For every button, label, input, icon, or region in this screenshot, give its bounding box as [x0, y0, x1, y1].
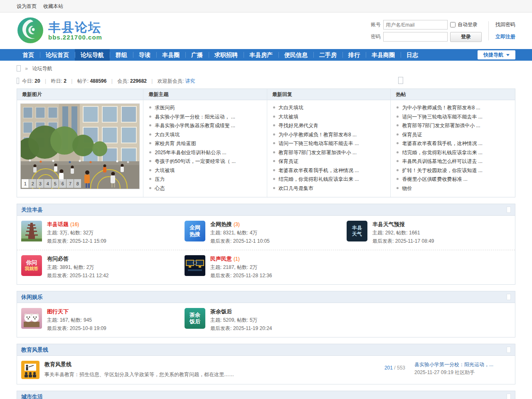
forum-name-link[interactable]: 图行天下	[47, 308, 69, 315]
hot-search-forum-icon[interactable]: 全网 热搜	[185, 221, 205, 241]
nav-secondhand[interactable]: 二手房	[313, 49, 342, 61]
reply-link[interactable]: 欢口几号是集市	[273, 184, 387, 193]
site-logo[interactable]: 丰县论坛 bbs.221700.com	[17, 17, 102, 45]
topic-link[interactable]: 县实验小学第一分校：阳光运动， ...	[149, 113, 263, 122]
auto-login-checkbox[interactable]	[450, 22, 456, 27]
logo-swirl-icon	[17, 17, 44, 45]
nav-guide[interactable]: 导读	[133, 49, 156, 61]
bookmark-link[interactable]: 收藏本站	[43, 3, 63, 10]
collapse-icon[interactable]	[507, 347, 511, 353]
account-input[interactable]	[383, 20, 448, 30]
collapse-icon[interactable]	[507, 294, 511, 300]
topic-link[interactable]: 丰县实验小学民族器乐教育成绩斐 ...	[149, 121, 263, 131]
puppies-forum-icon[interactable]	[21, 308, 42, 329]
forum-name-link[interactable]: 全网热搜	[210, 221, 232, 227]
nav-ranking[interactable]: 排行	[342, 49, 366, 61]
pager-3[interactable]: 3	[37, 179, 44, 188]
hot-post-link[interactable]: 物价	[397, 184, 511, 193]
hot-post-link[interactable]: 老婆喜欢半夜看我手机，这种情况 ...	[397, 139, 511, 148]
section-education: 教育风景线 教育风景线	[17, 344, 515, 384]
set-home-link[interactable]: 设为首页	[17, 3, 37, 10]
lastpost-title-link[interactable]: 县实验小学第一分校：阳光运动，...	[414, 361, 511, 369]
latest-image-photo[interactable]: 1 2 3 4 5 6 7 8	[20, 103, 140, 189]
topic-link[interactable]: 大坑被填	[149, 166, 263, 175]
nav-home[interactable]: 首页	[17, 49, 40, 61]
stat-members-label: 会员:	[117, 78, 128, 84]
pager-7[interactable]: 7	[66, 179, 74, 188]
topic-link[interactable]: 求医问药	[149, 103, 263, 113]
reply-link[interactable]: 请问一下骑三轮电动车能不能去丰 ...	[273, 139, 387, 148]
collapse-icon[interactable]	[507, 394, 511, 399]
forum-name-link[interactable]: 教育风景线	[44, 361, 71, 367]
latest-topics-header: 最新主题	[143, 89, 267, 100]
forum-name-link[interactable]: 丰县天气预报	[372, 221, 405, 227]
pager-6[interactable]: 6	[59, 179, 66, 188]
hot-post-link[interactable]: 教育部等7部门发文部署加强中小 ...	[397, 121, 511, 131]
nav-fengxian-circle[interactable]: 丰县圈	[156, 49, 185, 61]
weather-forum-icon[interactable]: 丰县 天气	[347, 221, 367, 241]
nav-broadcast[interactable]: 广播	[185, 49, 209, 61]
reply-link[interactable]: 老婆喜欢半夜看我手机，这种情况 ...	[273, 166, 387, 175]
hot-post-link[interactable]: 香榭里小区供暖费收费标准 ...	[397, 175, 511, 184]
hot-post-link[interactable]: 扩转！关于校园欺凌，你应该知道 ...	[397, 166, 511, 175]
home-icon[interactable]	[17, 65, 21, 71]
pager-4[interactable]: 4	[44, 179, 51, 188]
reply-link[interactable]: 大坑被填	[273, 113, 387, 122]
stat-posts-label: 帖子:	[77, 78, 89, 84]
reply-link[interactable]: 大白天填坑	[273, 103, 387, 113]
pager-1[interactable]: 1	[22, 179, 29, 188]
password-input[interactable]	[383, 32, 448, 42]
nav-forum-index[interactable]: 论坛首页	[40, 49, 75, 61]
quick-nav-label: 快捷导航	[483, 52, 503, 59]
nav-convenience-info[interactable]: 便民信息	[278, 49, 313, 61]
main-nav: 首页 论坛首页 论坛导航 群组 导读 丰县圈 广播 求职招聘 丰县房产 便民信息…	[0, 49, 532, 61]
reply-link[interactable]: 寻找好兄弟代义青	[273, 121, 387, 131]
reply-link[interactable]: 结完婚，你觉得彩礼钱应该拿出来 ...	[273, 175, 387, 184]
hot-post-link[interactable]: 丰县民兵训练基地怎么样可以进去 ...	[397, 157, 511, 166]
latest-images-header: 最新图片	[17, 89, 143, 100]
nav-realestate[interactable]: 丰县房产	[244, 49, 278, 61]
forum-name-link[interactable]: 有问必答	[47, 256, 69, 262]
collapse-icon[interactable]	[507, 207, 511, 213]
ask-forum-icon[interactable]: 你问 我就答	[21, 255, 42, 276]
section-city-life: 城市生活	[17, 391, 515, 399]
education-forum-icon[interactable]	[21, 361, 39, 379]
quick-nav-button[interactable]: 快捷导航	[478, 50, 515, 59]
topic-link[interactable]: 心态	[149, 184, 263, 193]
reply-link[interactable]: 教育部等7部门发文部署加强中小 ...	[273, 148, 387, 158]
topic-link[interactable]: 2025年丰县创业培训补贴公示 ...	[149, 148, 263, 158]
newest-member-link[interactable]: 讲究	[185, 78, 195, 84]
hot-post-link[interactable]: 请问一下骑三轮电动车能不能去丰 ...	[397, 113, 511, 122]
register-link[interactable]: 立即注册	[495, 33, 515, 40]
auto-login-option[interactable]: 自动登录	[450, 21, 478, 28]
find-password-link[interactable]: 找回密码	[495, 21, 515, 28]
stat-members-value: 229682	[130, 78, 147, 84]
nav-business-circle[interactable]: 丰县商圈	[366, 49, 401, 61]
forum-name-link[interactable]: 民声民意	[210, 256, 232, 262]
topic-link[interactable]: 大白天填坑	[149, 131, 263, 140]
forum-name-link[interactable]: 茶余饭后	[210, 308, 232, 315]
monitors-forum-icon[interactable]	[185, 255, 205, 276]
forum-ask-answer: 你问 我就答 有问必答 主题: 3891, 帖数: 2万 最后发表: 2025-…	[21, 255, 185, 279]
login-button[interactable]: 登录	[450, 32, 482, 42]
nav-groups[interactable]: 群组	[110, 49, 133, 61]
nav-blogs[interactable]: 日志	[401, 49, 424, 61]
pager-8[interactable]: 8	[74, 179, 81, 188]
topic-link[interactable]: 家校共育 共绘蓝图	[149, 139, 263, 148]
hot-post-link[interactable]: 结完婚，你觉得彩礼钱应该拿出来 ...	[397, 148, 511, 158]
pager-2[interactable]: 2	[29, 179, 36, 188]
forum-name-link[interactable]: 丰县话题	[47, 221, 69, 227]
tea-forum-icon[interactable]: 茶余 饭后	[185, 308, 205, 329]
topic-link[interactable]: 压力	[149, 175, 263, 184]
hot-post-link[interactable]: 保育员证	[397, 131, 511, 140]
topic-link[interactable]: 夸孩子的50句话，一定要经常说（ ...	[149, 157, 263, 166]
pager-5[interactable]: 5	[52, 179, 59, 188]
nav-forum-nav[interactable]: 论坛导航	[75, 49, 110, 61]
forum-lastpost: 最后发表: 2025-11-28 12:36	[210, 272, 272, 279]
reply-link[interactable]: 保育员证	[273, 157, 387, 166]
reply-link[interactable]: 为中小学教师减负！教育部发布8 ...	[273, 131, 387, 140]
section-title: 城市生活	[21, 391, 43, 399]
pagoda-forum-icon[interactable]	[21, 221, 42, 241]
hot-post-link[interactable]: 为中小学教师减负！教育部发布8 ...	[397, 103, 511, 113]
nav-jobs[interactable]: 求职招聘	[209, 49, 244, 61]
